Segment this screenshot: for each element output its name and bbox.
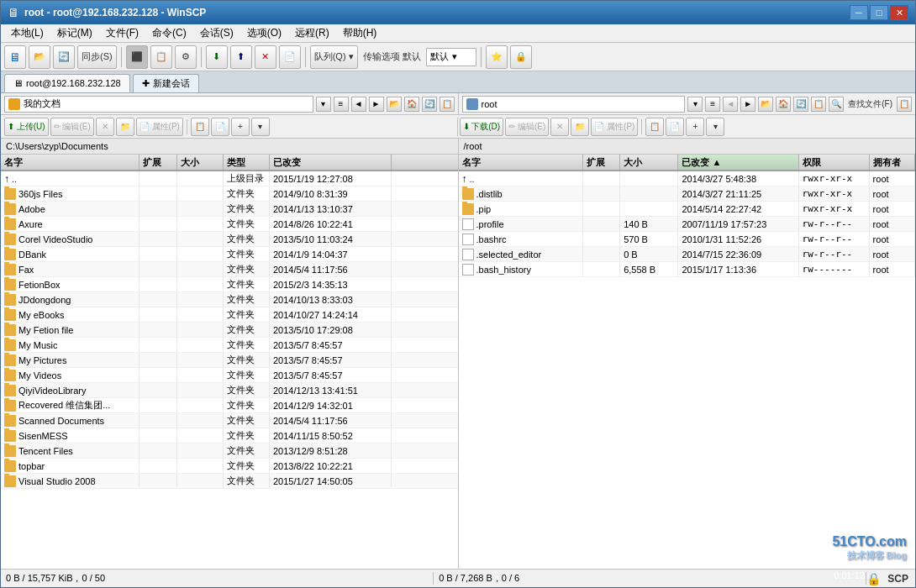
list-item[interactable]: Visual Studio 2008 文件夹 2015/1/27 14:50:0… bbox=[1, 474, 458, 489]
list-item[interactable]: Recovered 维信集团... 文件夹 2014/12/9 14:32:01 bbox=[1, 398, 458, 413]
menu-remote[interactable]: 远程(R) bbox=[288, 24, 336, 42]
right-col-owner[interactable]: 拥有者 bbox=[870, 155, 915, 170]
menu-session[interactable]: 会话(S) bbox=[193, 24, 240, 42]
left-paste-btn[interactable]: 📄 bbox=[211, 118, 229, 136]
left-nav-back[interactable]: ◄ bbox=[351, 97, 366, 112]
left-copy-btn[interactable]: 📋 bbox=[191, 118, 209, 136]
right-mkdir[interactable]: 📁 bbox=[571, 118, 589, 136]
right-col-modified[interactable]: 已改变 ▲ bbox=[678, 155, 798, 170]
right-file-list[interactable]: ↑ .. 2014/3/27 5:48:38 rwxr-xr-x root .d… bbox=[459, 171, 916, 569]
right-more-4[interactable]: 📋 bbox=[897, 97, 912, 112]
left-refresh[interactable]: 🔄 bbox=[422, 97, 437, 112]
preferences-button[interactable]: ⚙ bbox=[175, 45, 197, 69]
right-refresh[interactable]: 🔄 bbox=[793, 97, 808, 112]
left-filter-btn[interactable]: ≡ bbox=[334, 97, 349, 112]
list-item[interactable]: DBank 文件夹 2014/1/9 14:04:37 bbox=[1, 247, 458, 262]
encryption-button[interactable]: 🔒 bbox=[510, 45, 532, 69]
left-addr-dropdown[interactable]: ▾ bbox=[316, 97, 331, 112]
properties-button[interactable]: 📄 bbox=[279, 45, 301, 69]
transfer-dropdown[interactable]: 默认 ▾ bbox=[426, 48, 476, 66]
right-props[interactable]: 📄 属性(P) bbox=[591, 118, 638, 136]
menu-file[interactable]: 文件(F) bbox=[99, 24, 145, 42]
right-nav-back[interactable]: ◄ bbox=[723, 97, 738, 112]
list-item[interactable]: My Pictures 文件夹 2013/5/7 8:45:57 bbox=[1, 353, 458, 368]
put-files-button[interactable]: ⬆ bbox=[230, 45, 252, 69]
left-col-ext[interactable]: 扩展 bbox=[140, 155, 177, 170]
open-dir-button[interactable]: 📂 bbox=[29, 45, 50, 69]
left-col-type[interactable]: 类型 bbox=[224, 155, 270, 170]
left-col-size[interactable]: 大小 bbox=[177, 155, 224, 170]
menu-cmd[interactable]: 命令(C) bbox=[145, 24, 193, 42]
right-more-toolbar[interactable]: ▾ bbox=[706, 118, 724, 136]
list-item[interactable]: 360js Files 文件夹 2014/9/10 8:31:39 bbox=[1, 186, 458, 202]
bookmark-button[interactable]: ⭐ bbox=[486, 45, 508, 69]
left-add-btn[interactable]: + bbox=[231, 118, 250, 136]
right-col-perms[interactable]: 权限 bbox=[799, 155, 870, 170]
right-col-name[interactable]: 名字 bbox=[459, 155, 583, 170]
left-nav-fwd[interactable]: ► bbox=[369, 97, 384, 112]
left-file-row-parent[interactable]: ↑ .. 上级目录 2015/1/19 12:27:08 bbox=[1, 171, 458, 186]
list-item[interactable]: ↑ .. 2014/3/27 5:48:38 rwxr-xr-x root bbox=[459, 171, 916, 186]
list-item[interactable]: .selected_editor 0 B 2014/7/15 22:36:09 … bbox=[459, 247, 916, 262]
list-item[interactable]: Adobe 文件夹 2014/1/13 13:10:37 bbox=[1, 202, 458, 217]
close-button[interactable]: ✕ bbox=[890, 5, 908, 20]
list-item[interactable]: My Music 文件夹 2013/5/7 8:45:57 bbox=[1, 338, 458, 353]
right-more-2[interactable]: 🏠 bbox=[776, 97, 791, 112]
right-paste-btn[interactable]: 📄 bbox=[666, 118, 684, 136]
menu-help[interactable]: 帮助(H) bbox=[336, 24, 384, 42]
show-log-button[interactable]: 📋 bbox=[150, 45, 172, 69]
tab-main-session[interactable]: 🖥 root@192.168.232.128 bbox=[4, 74, 130, 92]
list-item[interactable]: .pip 2014/5/14 22:27:42 rwxr-xr-x root bbox=[459, 202, 916, 217]
list-item[interactable]: topbar 文件夹 2013/8/22 10:22:21 bbox=[1, 459, 458, 474]
right-col-ext[interactable]: 扩展 bbox=[583, 155, 621, 170]
queue-button[interactable]: 队列(Q) ▾ bbox=[310, 45, 358, 69]
list-item[interactable]: Axure 文件夹 2014/8/26 10:22:41 bbox=[1, 217, 458, 232]
list-item[interactable]: Corel VideoStudio 文件夹 2013/5/10 11:03:24 bbox=[1, 232, 458, 247]
right-copy-btn[interactable]: 📋 bbox=[645, 118, 664, 136]
right-add-btn[interactable]: + bbox=[686, 118, 704, 136]
menu-mark[interactable]: 标记(M) bbox=[50, 24, 99, 42]
left-mkdir[interactable]: 📁 bbox=[116, 118, 134, 136]
right-nav-fwd[interactable]: ► bbox=[740, 97, 755, 112]
left-upload[interactable]: ⬆ 上传(U) bbox=[4, 118, 49, 136]
delete-button[interactable]: ✕ bbox=[255, 45, 276, 69]
list-item[interactable]: .profile 140 B 2007/11/19 17:57:23 rw-r-… bbox=[459, 217, 916, 232]
list-item[interactable]: My eBooks 文件夹 2014/10/27 14:24:14 bbox=[1, 307, 458, 323]
list-item[interactable]: .bash_history 6,558 B 2015/1/17 1:13:36 … bbox=[459, 262, 916, 277]
left-more-toolbar[interactable]: ▾ bbox=[251, 118, 270, 136]
get-files-button[interactable]: ⬇ bbox=[206, 45, 228, 69]
new-session-button[interactable]: 🖥 bbox=[4, 45, 26, 69]
left-more-2[interactable]: 🏠 bbox=[404, 97, 419, 112]
right-more-3[interactable]: 📋 bbox=[811, 97, 826, 112]
right-col-size[interactable]: 大小 bbox=[620, 155, 678, 170]
list-item[interactable]: .bashrc 570 B 2010/1/31 11:52:26 rw-r--r… bbox=[459, 232, 916, 247]
list-item[interactable]: My Videos 文件夹 2013/5/7 8:45:57 bbox=[1, 368, 458, 383]
right-search[interactable]: 🔍 bbox=[829, 97, 844, 112]
sync-button[interactable]: 同步(S) bbox=[77, 45, 117, 69]
left-more-3[interactable]: 📋 bbox=[440, 97, 455, 112]
left-delete[interactable]: ✕ bbox=[96, 118, 114, 136]
list-item[interactable]: Scanned Documents 文件夹 2014/5/4 11:17:56 bbox=[1, 413, 458, 428]
right-filter-btn[interactable]: ≡ bbox=[705, 97, 720, 112]
left-col-modified[interactable]: 已改变 bbox=[270, 155, 392, 170]
tab-new-session[interactable]: ✚ 新建会话 bbox=[133, 74, 199, 92]
list-item[interactable]: Tencent Files 文件夹 2013/12/9 8:51:28 bbox=[1, 444, 458, 459]
list-item[interactable]: JDdongdong 文件夹 2014/10/13 8:33:03 bbox=[1, 292, 458, 307]
maximize-button[interactable]: □ bbox=[870, 5, 888, 20]
right-address-box[interactable]: root bbox=[462, 96, 686, 113]
refresh-button[interactable]: 🔄 bbox=[53, 45, 75, 69]
list-item[interactable]: FetionBox 文件夹 2015/2/3 14:35:13 bbox=[1, 277, 458, 292]
right-more-1[interactable]: 📂 bbox=[758, 97, 773, 112]
right-download[interactable]: ⬇ 下载(D) bbox=[460, 118, 504, 136]
menu-options[interactable]: 选项(O) bbox=[240, 24, 288, 42]
left-file-list[interactable]: ↑ .. 上级目录 2015/1/19 12:27:08 360js Files… bbox=[1, 171, 458, 569]
right-edit[interactable]: ✏ 编辑(E) bbox=[505, 118, 549, 136]
menu-local[interactable]: 本地(L) bbox=[4, 24, 50, 42]
left-col-name[interactable]: 名字 bbox=[1, 155, 140, 170]
list-item[interactable]: SisenMESS 文件夹 2014/11/15 8:50:52 bbox=[1, 428, 458, 444]
stop-button[interactable]: ⬛ bbox=[126, 45, 148, 69]
list-item[interactable]: My Fetion file 文件夹 2013/5/10 17:29:08 bbox=[1, 323, 458, 338]
list-item[interactable]: QiyiVideoLibrary 文件夹 2014/12/13 13:41:51 bbox=[1, 383, 458, 398]
left-props[interactable]: 📄 属性(P) bbox=[136, 118, 183, 136]
left-edit[interactable]: ✏ 编辑(E) bbox=[50, 118, 94, 136]
